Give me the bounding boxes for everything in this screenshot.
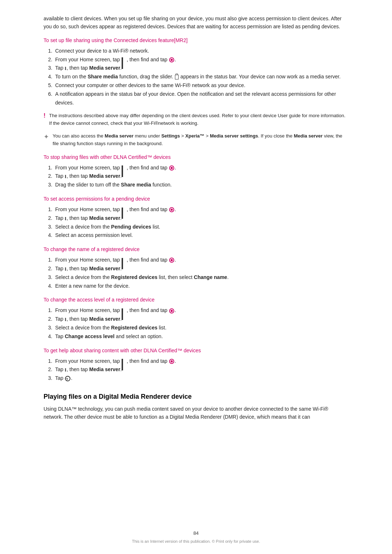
sparkle-icon: ✦: [44, 133, 49, 141]
step-item: To turn on the Share media function, dra…: [54, 73, 348, 81]
settings-circle-icon: [169, 207, 174, 212]
steps-change-access: From your Home screen, tap , then find a…: [54, 306, 348, 341]
steps-change-name: From your Home screen, tap , then find a…: [54, 256, 348, 290]
section-change-access-level: To change the access level of a register…: [44, 297, 348, 341]
settings-circle-icon: [169, 57, 174, 62]
step-item: Connect your computer or other devices t…: [54, 81, 348, 90]
grid-icon: [122, 359, 126, 364]
menu-dots-icon: [65, 175, 66, 178]
section-change-name: To change the name of a registered devic…: [44, 246, 348, 290]
grid-icon: [122, 308, 126, 313]
intro-paragraph: available to client devices. When you se…: [44, 15, 348, 31]
footer-note: This is an Internet version of this publ…: [132, 539, 260, 543]
menu-dots-icon: [65, 217, 66, 220]
section-heading-change-name: To change the name of a registered devic…: [44, 246, 348, 252]
step-item: Tap , then tap Media server.: [54, 214, 348, 223]
playing-section-paragraph: Using DLNA™ technology, you can push med…: [44, 405, 348, 421]
steps-access-permissions: From your Home screen, tap , then find a…: [54, 205, 348, 240]
note-exclamation: ! The instructions described above may d…: [44, 112, 348, 127]
step-item: From your Home screen, tap , then find a…: [54, 256, 348, 264]
grid-icon: [122, 57, 126, 62]
step-item: Connect your device to a Wi‑Fi® network.: [54, 47, 348, 56]
step-item: From your Home screen, tap , then find a…: [54, 306, 348, 315]
settings-circle-icon: [169, 308, 174, 313]
section-playing-files: Playing files on a Digital Media Rendere…: [44, 393, 348, 421]
menu-dots-icon: [65, 368, 66, 372]
section-heading-access-permissions: To set access permissions for a pending …: [44, 196, 348, 202]
step-item: Tap , then tap Media server.: [54, 264, 348, 273]
settings-circle-icon: [169, 165, 174, 171]
section-heading-get-help: To get help about sharing content with o…: [44, 348, 348, 353]
grid-icon: [122, 208, 126, 212]
step-item: Select a device from the Registered devi…: [54, 324, 348, 332]
section-stop-sharing: To stop sharing files with other DLNA Ce…: [44, 154, 348, 189]
status-bar-icon: [175, 75, 179, 79]
note-text-sparkle: You can also access the Media server men…: [53, 132, 348, 148]
grid-icon: [122, 165, 126, 170]
page-content: available to client devices. When you se…: [0, 0, 392, 450]
note-text-exclamation: The instructions described above may dif…: [49, 112, 348, 127]
step-item: Drag the slider to turn off the Share me…: [54, 181, 348, 189]
step-item: Enter a new name for the device.: [54, 282, 348, 291]
playing-section-title: Playing files on a Digital Media Rendere…: [44, 393, 348, 401]
step-item: From your Home screen, tap , then find a…: [54, 205, 348, 214]
note-sparkle: ✦ You can also access the Media server m…: [44, 132, 348, 148]
step-item: Tap , then tap Media server.: [54, 172, 348, 181]
section-heading-setup: To set up file sharing using the Connect…: [44, 37, 348, 43]
menu-dots-icon: [65, 318, 66, 321]
step-item: Tap , then tap Media server.: [54, 64, 348, 73]
section-get-help: To get help about sharing content with o…: [44, 348, 348, 383]
step-item: Tap , then tap Media server.: [54, 365, 348, 374]
step-item: Select a device from the Pending devices…: [54, 223, 348, 231]
step-item: From your Home screen, tap , then find a…: [54, 164, 348, 172]
step-item: Select a device from the Registered devi…: [54, 273, 348, 282]
section-heading-change-access: To change the access level of a register…: [44, 297, 348, 303]
settings-circle-icon: [169, 258, 174, 263]
steps-stop: From your Home screen, tap , then find a…: [54, 164, 348, 189]
grid-icon: [122, 258, 126, 263]
step-item: From your Home screen, tap , then find a…: [54, 357, 348, 366]
settings-circle-icon: [169, 359, 174, 364]
section-heading-stop: To stop sharing files with other DLNA Ce…: [44, 154, 348, 160]
question-icon: ?: [65, 376, 70, 381]
steps-get-help: From your Home screen, tap , then find a…: [54, 357, 348, 383]
menu-dots-icon: [65, 67, 66, 70]
page-number: 84: [0, 530, 392, 536]
step-item: From your Home screen, tap , then find a…: [54, 56, 348, 64]
steps-setup: Connect your device to a Wi‑Fi® network.…: [54, 47, 348, 107]
menu-dots-icon: [65, 267, 66, 271]
step-item: A notification appears in the status bar…: [54, 90, 348, 107]
step-item: Select an access permission level.: [54, 231, 348, 240]
step-item: Tap , then tap Media server.: [54, 315, 348, 324]
section-set-access-permissions: To set access permissions for a pending …: [44, 196, 348, 240]
exclamation-icon: !: [44, 112, 45, 119]
step-item: Tap Change access level and select an op…: [54, 332, 348, 341]
page-footer: 84 This is an Internet version of this p…: [0, 530, 392, 544]
section-setup-file-sharing: To set up file sharing using the Connect…: [44, 37, 348, 148]
step-item: Tap ?.: [54, 374, 348, 383]
